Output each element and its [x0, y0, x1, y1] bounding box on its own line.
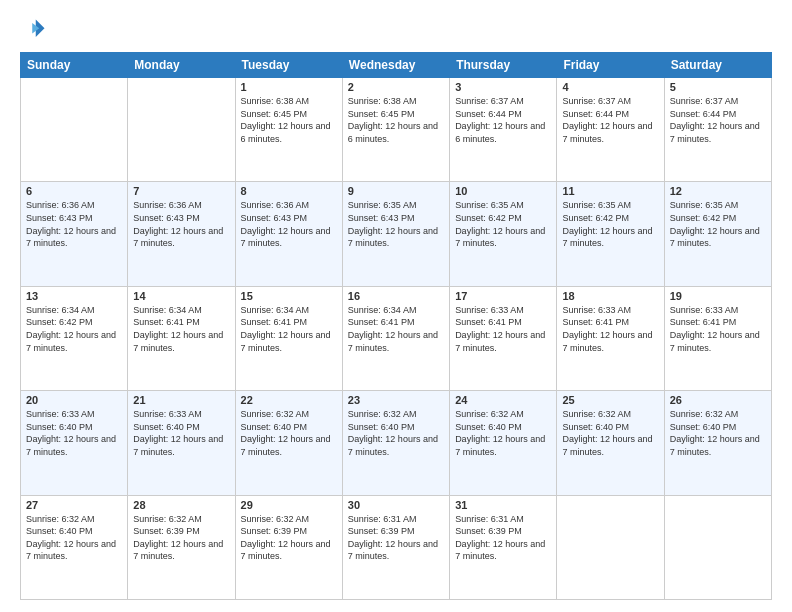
weekday-header-tuesday: Tuesday — [235, 53, 342, 78]
calendar-cell: 22Sunrise: 6:32 AM Sunset: 6:40 PM Dayli… — [235, 391, 342, 495]
calendar-cell: 6Sunrise: 6:36 AM Sunset: 6:43 PM Daylig… — [21, 182, 128, 286]
day-info: Sunrise: 6:32 AM Sunset: 6:40 PM Dayligh… — [348, 408, 444, 458]
day-info: Sunrise: 6:34 AM Sunset: 6:41 PM Dayligh… — [133, 304, 229, 354]
day-number: 16 — [348, 290, 444, 302]
day-info: Sunrise: 6:36 AM Sunset: 6:43 PM Dayligh… — [133, 199, 229, 249]
calendar-cell: 10Sunrise: 6:35 AM Sunset: 6:42 PM Dayli… — [450, 182, 557, 286]
weekday-header-saturday: Saturday — [664, 53, 771, 78]
day-info: Sunrise: 6:31 AM Sunset: 6:39 PM Dayligh… — [348, 513, 444, 563]
calendar-cell: 12Sunrise: 6:35 AM Sunset: 6:42 PM Dayli… — [664, 182, 771, 286]
calendar-cell: 4Sunrise: 6:37 AM Sunset: 6:44 PM Daylig… — [557, 78, 664, 182]
day-number: 18 — [562, 290, 658, 302]
calendar-cell: 14Sunrise: 6:34 AM Sunset: 6:41 PM Dayli… — [128, 286, 235, 390]
calendar-cell: 18Sunrise: 6:33 AM Sunset: 6:41 PM Dayli… — [557, 286, 664, 390]
calendar-cell: 28Sunrise: 6:32 AM Sunset: 6:39 PM Dayli… — [128, 495, 235, 599]
day-number: 9 — [348, 185, 444, 197]
day-number: 24 — [455, 394, 551, 406]
calendar-cell: 11Sunrise: 6:35 AM Sunset: 6:42 PM Dayli… — [557, 182, 664, 286]
weekday-header-friday: Friday — [557, 53, 664, 78]
day-info: Sunrise: 6:35 AM Sunset: 6:42 PM Dayligh… — [562, 199, 658, 249]
day-info: Sunrise: 6:33 AM Sunset: 6:41 PM Dayligh… — [670, 304, 766, 354]
day-info: Sunrise: 6:37 AM Sunset: 6:44 PM Dayligh… — [670, 95, 766, 145]
day-number: 17 — [455, 290, 551, 302]
calendar-cell: 29Sunrise: 6:32 AM Sunset: 6:39 PM Dayli… — [235, 495, 342, 599]
calendar-cell — [557, 495, 664, 599]
day-number: 3 — [455, 81, 551, 93]
day-info: Sunrise: 6:34 AM Sunset: 6:41 PM Dayligh… — [348, 304, 444, 354]
day-number: 31 — [455, 499, 551, 511]
calendar-cell — [128, 78, 235, 182]
day-info: Sunrise: 6:33 AM Sunset: 6:41 PM Dayligh… — [562, 304, 658, 354]
calendar-cell: 8Sunrise: 6:36 AM Sunset: 6:43 PM Daylig… — [235, 182, 342, 286]
day-number: 19 — [670, 290, 766, 302]
day-info: Sunrise: 6:32 AM Sunset: 6:40 PM Dayligh… — [26, 513, 122, 563]
week-row-2: 6Sunrise: 6:36 AM Sunset: 6:43 PM Daylig… — [21, 182, 772, 286]
calendar-cell: 25Sunrise: 6:32 AM Sunset: 6:40 PM Dayli… — [557, 391, 664, 495]
day-info: Sunrise: 6:34 AM Sunset: 6:41 PM Dayligh… — [241, 304, 337, 354]
weekday-header-wednesday: Wednesday — [342, 53, 449, 78]
logo — [20, 16, 52, 44]
day-number: 15 — [241, 290, 337, 302]
calendar-cell: 23Sunrise: 6:32 AM Sunset: 6:40 PM Dayli… — [342, 391, 449, 495]
day-info: Sunrise: 6:36 AM Sunset: 6:43 PM Dayligh… — [241, 199, 337, 249]
week-row-5: 27Sunrise: 6:32 AM Sunset: 6:40 PM Dayli… — [21, 495, 772, 599]
day-info: Sunrise: 6:33 AM Sunset: 6:40 PM Dayligh… — [133, 408, 229, 458]
calendar-cell: 16Sunrise: 6:34 AM Sunset: 6:41 PM Dayli… — [342, 286, 449, 390]
calendar-cell: 31Sunrise: 6:31 AM Sunset: 6:39 PM Dayli… — [450, 495, 557, 599]
calendar-cell: 2Sunrise: 6:38 AM Sunset: 6:45 PM Daylig… — [342, 78, 449, 182]
day-info: Sunrise: 6:32 AM Sunset: 6:40 PM Dayligh… — [670, 408, 766, 458]
day-number: 21 — [133, 394, 229, 406]
day-info: Sunrise: 6:37 AM Sunset: 6:44 PM Dayligh… — [562, 95, 658, 145]
day-number: 1 — [241, 81, 337, 93]
day-number: 30 — [348, 499, 444, 511]
day-number: 11 — [562, 185, 658, 197]
week-row-4: 20Sunrise: 6:33 AM Sunset: 6:40 PM Dayli… — [21, 391, 772, 495]
day-number: 13 — [26, 290, 122, 302]
weekday-header-monday: Monday — [128, 53, 235, 78]
day-number: 20 — [26, 394, 122, 406]
page: SundayMondayTuesdayWednesdayThursdayFrid… — [0, 0, 792, 612]
calendar-cell: 1Sunrise: 6:38 AM Sunset: 6:45 PM Daylig… — [235, 78, 342, 182]
calendar-cell: 15Sunrise: 6:34 AM Sunset: 6:41 PM Dayli… — [235, 286, 342, 390]
day-number: 5 — [670, 81, 766, 93]
calendar-cell — [664, 495, 771, 599]
weekday-header-sunday: Sunday — [21, 53, 128, 78]
day-info: Sunrise: 6:34 AM Sunset: 6:42 PM Dayligh… — [26, 304, 122, 354]
day-info: Sunrise: 6:33 AM Sunset: 6:40 PM Dayligh… — [26, 408, 122, 458]
weekday-header-row: SundayMondayTuesdayWednesdayThursdayFrid… — [21, 53, 772, 78]
day-info: Sunrise: 6:35 AM Sunset: 6:42 PM Dayligh… — [670, 199, 766, 249]
calendar-cell: 13Sunrise: 6:34 AM Sunset: 6:42 PM Dayli… — [21, 286, 128, 390]
weekday-header-thursday: Thursday — [450, 53, 557, 78]
week-row-3: 13Sunrise: 6:34 AM Sunset: 6:42 PM Dayli… — [21, 286, 772, 390]
day-info: Sunrise: 6:32 AM Sunset: 6:40 PM Dayligh… — [562, 408, 658, 458]
day-number: 2 — [348, 81, 444, 93]
day-number: 27 — [26, 499, 122, 511]
day-number: 23 — [348, 394, 444, 406]
calendar-cell: 20Sunrise: 6:33 AM Sunset: 6:40 PM Dayli… — [21, 391, 128, 495]
day-number: 12 — [670, 185, 766, 197]
day-info: Sunrise: 6:35 AM Sunset: 6:42 PM Dayligh… — [455, 199, 551, 249]
calendar-cell: 19Sunrise: 6:33 AM Sunset: 6:41 PM Dayli… — [664, 286, 771, 390]
calendar-cell: 26Sunrise: 6:32 AM Sunset: 6:40 PM Dayli… — [664, 391, 771, 495]
day-info: Sunrise: 6:31 AM Sunset: 6:39 PM Dayligh… — [455, 513, 551, 563]
calendar-cell: 21Sunrise: 6:33 AM Sunset: 6:40 PM Dayli… — [128, 391, 235, 495]
calendar-cell: 30Sunrise: 6:31 AM Sunset: 6:39 PM Dayli… — [342, 495, 449, 599]
day-number: 4 — [562, 81, 658, 93]
day-info: Sunrise: 6:37 AM Sunset: 6:44 PM Dayligh… — [455, 95, 551, 145]
day-number: 8 — [241, 185, 337, 197]
calendar-cell: 27Sunrise: 6:32 AM Sunset: 6:40 PM Dayli… — [21, 495, 128, 599]
calendar-cell — [21, 78, 128, 182]
day-number: 14 — [133, 290, 229, 302]
day-number: 25 — [562, 394, 658, 406]
day-info: Sunrise: 6:36 AM Sunset: 6:43 PM Dayligh… — [26, 199, 122, 249]
day-number: 6 — [26, 185, 122, 197]
day-number: 29 — [241, 499, 337, 511]
day-number: 22 — [241, 394, 337, 406]
day-info: Sunrise: 6:35 AM Sunset: 6:43 PM Dayligh… — [348, 199, 444, 249]
calendar-cell: 5Sunrise: 6:37 AM Sunset: 6:44 PM Daylig… — [664, 78, 771, 182]
day-info: Sunrise: 6:32 AM Sunset: 6:40 PM Dayligh… — [241, 408, 337, 458]
calendar-cell: 9Sunrise: 6:35 AM Sunset: 6:43 PM Daylig… — [342, 182, 449, 286]
day-number: 10 — [455, 185, 551, 197]
logo-icon — [20, 16, 48, 44]
calendar-table: SundayMondayTuesdayWednesdayThursdayFrid… — [20, 52, 772, 600]
